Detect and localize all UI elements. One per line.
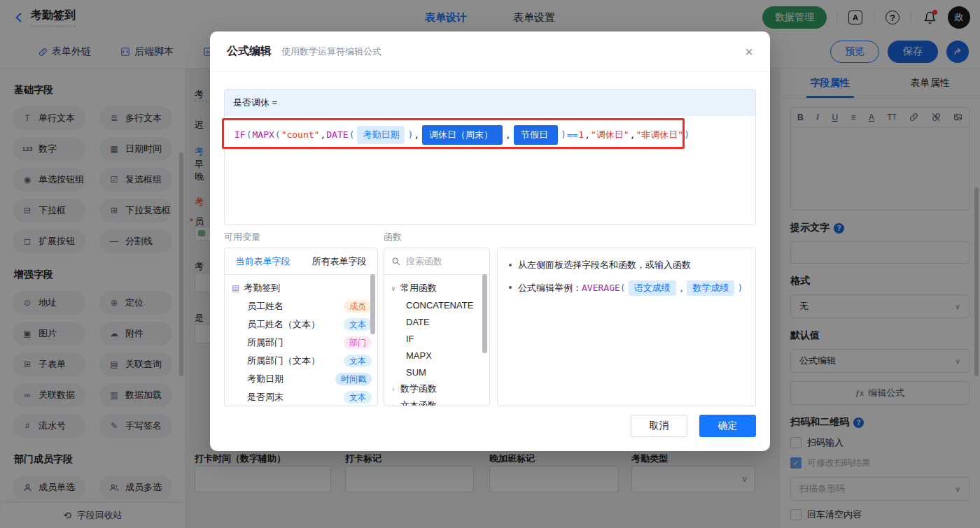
formula-token: )	[561, 127, 566, 143]
formula-token: ,	[414, 127, 419, 143]
close-icon[interactable]: ×	[745, 45, 753, 59]
function-item[interactable]: DATE	[390, 313, 485, 330]
formula-token: )	[684, 127, 690, 143]
function-group[interactable]: ›文本函数	[390, 397, 485, 406]
formula-token: ,	[320, 127, 326, 143]
formula-field-chip[interactable]: 调休日（周末）	[422, 125, 503, 145]
tab-current-form-fields[interactable]: 当前表单字段	[236, 255, 290, 268]
type-badge: 文本	[344, 318, 372, 331]
formula-editor: 是否调休 = IF(MAPX("count",DATE(考勤日期),调休日（周末…	[224, 89, 756, 225]
formula-token: (	[275, 127, 281, 143]
function-search-input[interactable]: 搜索函数	[384, 248, 489, 275]
formula-token: "count"	[281, 127, 320, 143]
formula-field-chip[interactable]: 考勤日期	[357, 126, 405, 144]
variable-item[interactable]: 员工姓名（文本）文本	[232, 315, 372, 334]
function-group[interactable]: ›数学函数	[390, 380, 485, 397]
example-field-chip: 数学成绩	[687, 280, 734, 296]
variables-scrollbar[interactable]	[370, 274, 375, 334]
variable-root-node[interactable]: ▤考勤签到	[232, 279, 372, 297]
chevron-right-icon: ›	[390, 402, 397, 407]
formula-token: 1	[578, 127, 584, 143]
formula-token: IF	[234, 127, 246, 143]
formula-token: DATE	[326, 127, 348, 143]
formula-token: ,	[505, 127, 511, 143]
variable-item[interactable]: 员工姓名成员	[232, 297, 372, 315]
search-placeholder: 搜索函数	[406, 255, 442, 268]
modal-subtitle: 使用数学运算符编辑公式	[281, 45, 382, 58]
help-tip: 从左侧面板选择字段名和函数，或输入函数	[509, 258, 744, 272]
variable-item[interactable]: 考勤日期时间戳	[232, 370, 372, 388]
functions-label: 函数	[384, 231, 490, 243]
function-item[interactable]: MAPX	[390, 347, 485, 364]
formula-edit-modal: 公式编辑 使用数学运算符编辑公式 × 是否调休 = IF(MAPX("count…	[210, 31, 770, 451]
chevron-right-icon: ›	[390, 385, 397, 393]
formula-field-chip[interactable]: 节假日	[514, 125, 558, 145]
type-badge: 文本	[344, 355, 372, 367]
formula-token: "调休日"	[591, 127, 629, 143]
function-item[interactable]: CONCATENATE	[390, 297, 485, 313]
formula-input-area[interactable]: IF(MAPX("count",DATE(考勤日期),调休日（周末）,节假日)=…	[225, 116, 755, 224]
app-root: 考勤签到 表单设计表单设置 数据管理 A ? 政 表单外链后端脚本数据权 预览 …	[0, 0, 980, 528]
formula-token: ,	[584, 127, 590, 143]
variable-item[interactable]: 所属部门部门	[232, 334, 372, 352]
type-badge: 成员	[344, 300, 372, 313]
formula-token: (	[349, 127, 355, 143]
formula-token: ,	[630, 127, 636, 143]
modal-title: 公式编辑	[227, 44, 272, 59]
variables-panel: 当前表单字段所有表单字段 ▤考勤签到员工姓名成员员工姓名（文本）文本所属部门部门…	[224, 248, 378, 406]
function-group[interactable]: ∨常用函数	[390, 280, 485, 297]
modal-header: 公式编辑 使用数学运算符编辑公式 ×	[210, 31, 770, 72]
function-item[interactable]: SUM	[390, 364, 485, 380]
formula-token: "非调休日"	[636, 127, 684, 143]
functions-scrollbar[interactable]	[482, 274, 487, 353]
modal-footer: 取消 确定	[631, 415, 756, 437]
help-panel: 从左侧面板选择字段名和函数，或输入函数 公式编辑举例：AVERAGE(语文成绩,…	[497, 248, 756, 406]
formula-token: (	[246, 127, 252, 143]
variable-item[interactable]: 是否周末文本	[232, 388, 372, 406]
variable-item[interactable]: 所属部门（文本）文本	[232, 352, 372, 370]
formula-token: ==	[567, 127, 578, 143]
type-badge: 文本	[344, 391, 372, 404]
cancel-button[interactable]: 取消	[631, 415, 687, 437]
example-field-chip: 语文成绩	[629, 280, 676, 296]
formula-token: )	[407, 127, 413, 143]
functions-panel: 搜索函数 ∨常用函数CONCATENATEDATEIFMAPXSUM›数学函数›…	[384, 248, 490, 406]
function-item[interactable]: IF	[390, 330, 485, 347]
formula-result-label: 是否调休 =	[225, 90, 755, 116]
search-icon	[391, 257, 400, 266]
confirm-button[interactable]: 确定	[699, 415, 756, 437]
variables-label: 可用变量	[224, 231, 378, 243]
document-icon: ▤	[232, 283, 239, 293]
chevron-down-icon: ∨	[390, 285, 397, 292]
type-badge: 部门	[344, 336, 372, 349]
tab-all-form-fields[interactable]: 所有表单字段	[312, 255, 367, 268]
formula-expression[interactable]: IF(MAPX("count",DATE(考勤日期),调休日（周末）,节假日)=…	[234, 125, 746, 145]
formula-token: MAPX	[252, 127, 274, 143]
type-badge: 时间戳	[335, 373, 372, 385]
help-example: 公式编辑举例：AVERAGE(语文成绩,数学成绩)	[509, 280, 744, 296]
